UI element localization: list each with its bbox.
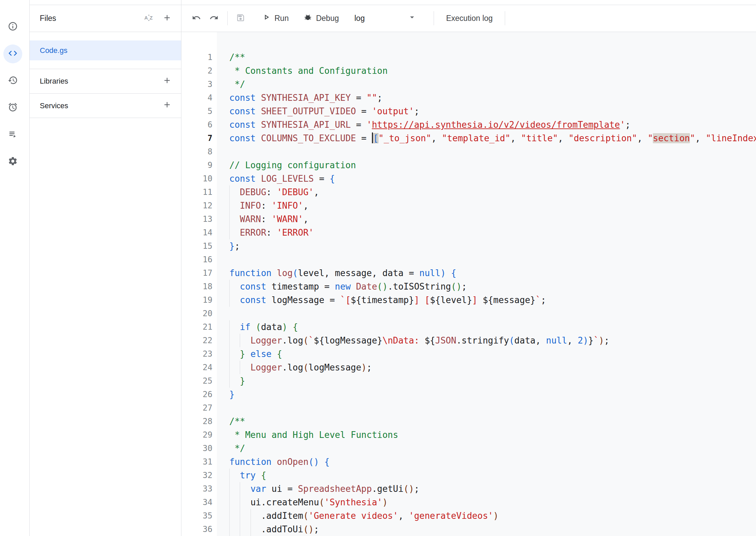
line-number[interactable]: 25	[181, 374, 212, 388]
add-service-button[interactable]	[159, 98, 174, 113]
code-line-20[interactable]: 20	[181, 307, 756, 320]
line-content	[212, 253, 756, 266]
line-number[interactable]: 35	[181, 509, 212, 523]
line-number[interactable]: 17	[181, 266, 212, 280]
line-number[interactable]: 21	[181, 320, 212, 334]
code-line-3[interactable]: 3 */	[181, 78, 756, 91]
code-line-22[interactable]: 22 Logger.log(`${logMessage}\nData: ${JS…	[181, 334, 756, 347]
line-number[interactable]: 19	[181, 293, 212, 307]
code-line-33[interactable]: 33 var ui = SpreadsheetApp.getUi();	[181, 482, 756, 496]
add-library-button[interactable]	[159, 74, 174, 89]
line-number[interactable]: 2	[181, 64, 212, 78]
code-line-24[interactable]: 24 Logger.log(logMessage);	[181, 361, 756, 374]
line-number[interactable]: 27	[181, 401, 212, 415]
code-line-35[interactable]: 35 .addItem('Generate videos', 'generate…	[181, 509, 756, 523]
sidebar-section-services[interactable]: Services	[30, 93, 181, 118]
code-line-12[interactable]: 12 INFO: 'INFO',	[181, 199, 756, 212]
code-line-27[interactable]: 27	[181, 401, 756, 415]
line-number[interactable]: 6	[181, 118, 212, 131]
run-button[interactable]: Run	[262, 13, 289, 24]
line-number[interactable]: 4	[181, 91, 212, 105]
line-number[interactable]: 30	[181, 442, 212, 455]
undo-button[interactable]	[189, 11, 204, 26]
line-number[interactable]: 1	[181, 51, 212, 64]
code-line-11[interactable]: 11 DEBUG: 'DEBUG',	[181, 185, 756, 199]
line-number[interactable]: 7	[181, 131, 212, 145]
line-number[interactable]: 33	[181, 482, 212, 496]
line-number[interactable]: 18	[181, 280, 212, 293]
line-number[interactable]: 15	[181, 239, 212, 253]
file-item-code-gs[interactable]: Code.gs	[30, 40, 181, 60]
line-number[interactable]: 24	[181, 361, 212, 374]
line-number[interactable]: 20	[181, 307, 212, 320]
code-line-25[interactable]: 25 }	[181, 374, 756, 388]
code-line-9[interactable]: 9// Logging configuration	[181, 158, 756, 172]
code-line-6[interactable]: 6const SYNTHESIA_API_URL = 'https://api.…	[181, 118, 756, 131]
line-number[interactable]: 34	[181, 496, 212, 509]
code-line-21[interactable]: 21 if (data) {	[181, 320, 756, 334]
line-number[interactable]: 8	[181, 145, 212, 158]
code-line-14[interactable]: 14 ERROR: 'ERROR'	[181, 226, 756, 239]
code-line-5[interactable]: 5const SHEET_OUTPUT_VIDEO = 'output';	[181, 105, 756, 118]
code-line-19[interactable]: 19 const logMessage = `[${timestamp}] [$…	[181, 293, 756, 307]
debug-label: Debug	[316, 14, 339, 23]
plus-icon	[163, 76, 172, 87]
execution-log-button[interactable]: Execution log	[434, 14, 505, 23]
line-number[interactable]: 28	[181, 415, 212, 428]
code-line-34[interactable]: 34 ui.createMenu('Synthesia')	[181, 496, 756, 509]
triggers-button[interactable]	[3, 98, 22, 117]
line-content: DEBUG: 'DEBUG',	[212, 185, 756, 199]
code-line-16[interactable]: 16	[181, 253, 756, 266]
code-line-17[interactable]: 17function log(level, message, data = nu…	[181, 266, 756, 280]
line-number[interactable]: 11	[181, 185, 212, 199]
line-number[interactable]: 23	[181, 347, 212, 361]
settings-button[interactable]	[3, 152, 22, 171]
code-line-31[interactable]: 31function onOpen() {	[181, 455, 756, 469]
sort-files-button[interactable]: A Z	[141, 11, 156, 26]
services-label: Services	[40, 101, 68, 110]
save-button[interactable]	[233, 11, 248, 26]
line-number[interactable]: 31	[181, 455, 212, 469]
line-number[interactable]: 22	[181, 334, 212, 347]
code-line-8[interactable]: 8	[181, 145, 756, 158]
line-number[interactable]: 36	[181, 523, 212, 536]
code-line-36[interactable]: 36 .addToUi();	[181, 523, 756, 536]
code-editor[interactable]: 1/**2 * Constants and Configuration3 */4…	[181, 32, 756, 536]
code-line-28[interactable]: 28/**	[181, 415, 756, 428]
line-number[interactable]: 9	[181, 158, 212, 172]
line-number[interactable]: 14	[181, 226, 212, 239]
redo-button[interactable]	[206, 11, 221, 26]
line-number[interactable]: 3	[181, 78, 212, 91]
overview-button[interactable]	[3, 18, 22, 36]
line-number[interactable]: 10	[181, 172, 212, 185]
debug-button[interactable]: Debug	[303, 13, 339, 24]
code-icon	[8, 48, 18, 60]
editor-button[interactable]	[3, 44, 22, 63]
code-line-4[interactable]: 4const SYNTHESIA_API_KEY = "";	[181, 91, 756, 105]
line-number[interactable]: 16	[181, 253, 212, 266]
code-line-30[interactable]: 30 */	[181, 442, 756, 455]
code-line-10[interactable]: 10const LOG_LEVELS = {	[181, 172, 756, 185]
code-line-15[interactable]: 15};	[181, 239, 756, 253]
code-line-13[interactable]: 13 WARN: 'WARN',	[181, 212, 756, 226]
code-line-1[interactable]: 1/**	[181, 51, 756, 64]
project-history-button[interactable]	[3, 71, 22, 90]
indent-guide	[240, 334, 240, 347]
add-file-button[interactable]	[159, 11, 174, 26]
line-number[interactable]: 13	[181, 212, 212, 226]
code-line-18[interactable]: 18 const timestamp = new Date().toISOStr…	[181, 280, 756, 293]
line-number[interactable]: 12	[181, 199, 212, 212]
sidebar-section-libraries[interactable]: Libraries	[30, 69, 181, 93]
code-line-26[interactable]: 26}	[181, 388, 756, 401]
code-line-32[interactable]: 32 try {	[181, 469, 756, 482]
code-line-23[interactable]: 23 } else {	[181, 347, 756, 361]
line-number[interactable]: 5	[181, 105, 212, 118]
executions-button[interactable]	[3, 125, 22, 144]
code-line-7[interactable]: 7const COLUMNS_TO_EXCLUDE = ["_to_json",…	[181, 131, 756, 145]
function-selector-dropdown[interactable]: log	[354, 12, 417, 24]
line-number[interactable]: 26	[181, 388, 212, 401]
line-number[interactable]: 29	[181, 428, 212, 442]
line-number[interactable]: 32	[181, 469, 212, 482]
code-line-29[interactable]: 29 * Menu and High Level Functions	[181, 428, 756, 442]
code-line-2[interactable]: 2 * Constants and Configuration	[181, 64, 756, 78]
